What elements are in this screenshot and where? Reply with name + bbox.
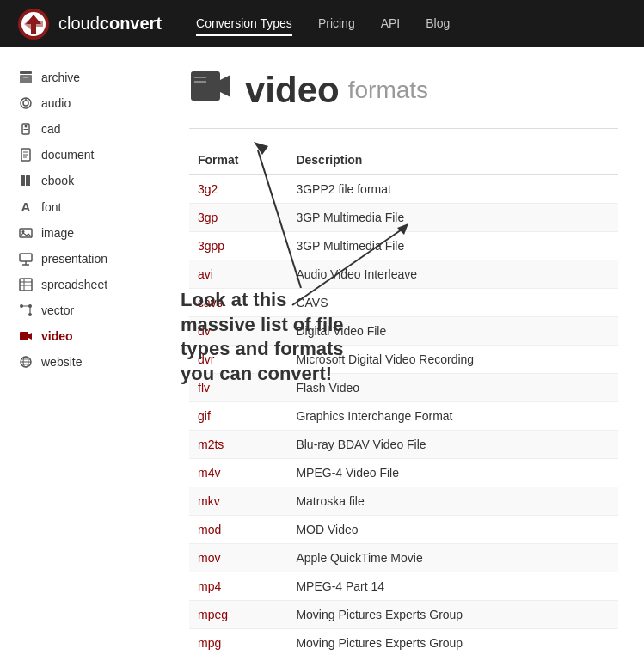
format-description: MPEG-4 Part 14 [287, 572, 618, 601]
sidebar-label-cad: cad [41, 122, 61, 136]
format-link[interactable]: mod [198, 523, 221, 536]
format-description: 3GP Multimedia File [287, 204, 618, 232]
table-row: m2tsBlu-ray BDAV Video File [189, 431, 618, 459]
format-link[interactable]: flv [198, 381, 210, 395]
table-row: flvFlash Video [189, 374, 618, 402]
svg-rect-19 [20, 254, 32, 261]
table-row: aviAudio Video Interleave [189, 260, 618, 289]
spreadsheet-icon [17, 278, 34, 291]
format-link[interactable]: m4v [198, 466, 220, 480]
table-row: movApple QuickTime Movie [189, 544, 618, 572]
presentation-icon [17, 252, 34, 266]
document-icon [17, 148, 34, 162]
format-link[interactable]: 3gpp [198, 239, 224, 253]
sidebar-label-image: image [41, 226, 74, 240]
format-link[interactable]: dvr [198, 352, 214, 366]
format-description: Microsoft Digital Video Recording [287, 346, 618, 374]
format-link[interactable]: 3gp [198, 211, 218, 224]
format-description: MOD Video [287, 516, 618, 544]
sidebar-item-audio[interactable]: audio [13, 90, 150, 116]
format-link[interactable]: cavs [198, 296, 223, 309]
vector-icon [17, 303, 34, 317]
table-row: mpegMoving Pictures Experts Group [189, 601, 618, 629]
sidebar-item-video[interactable]: video [13, 323, 150, 349]
format-description: Moving Pictures Experts Group [287, 629, 618, 656]
format-link[interactable]: mkv [198, 494, 220, 508]
page-header-icon [189, 64, 232, 115]
brand-text: cloudconvert [58, 14, 162, 34]
format-description: Apple QuickTime Movie [287, 544, 618, 572]
sidebar-label-ebook: ebook [41, 174, 74, 187]
sidebar-item-spreadsheet[interactable]: spreadsheet [13, 272, 150, 297]
nav-blog[interactable]: Blog [426, 12, 450, 36]
svg-rect-36 [191, 71, 220, 101]
sidebar-item-website[interactable]: website [13, 349, 150, 375]
audio-icon [17, 96, 34, 110]
sidebar: archive audio cad document ebook [0, 47, 163, 655]
sidebar-item-image[interactable]: image [13, 220, 150, 246]
table-row: dvDigital Video File [189, 317, 618, 346]
format-link[interactable]: mp4 [198, 579, 221, 593]
ebook-icon [17, 174, 34, 187]
svg-point-9 [25, 125, 28, 128]
formats-table: Format Description 3g23GPP2 file format3… [189, 146, 618, 655]
format-description: 3GPP2 file format [287, 174, 618, 204]
logo-icon [17, 8, 50, 40]
page-header: video formats [189, 64, 618, 129]
sidebar-item-document[interactable]: document [13, 142, 150, 168]
table-row: modMOD Video [189, 516, 618, 544]
svg-rect-29 [20, 332, 28, 340]
page-subtitle: formats [348, 77, 428, 104]
cad-icon [17, 122, 34, 136]
svg-rect-15 [21, 175, 25, 186]
format-link[interactable]: 3g2 [198, 182, 218, 196]
sidebar-item-cad[interactable]: cad [13, 116, 150, 142]
sidebar-label-presentation: presentation [41, 252, 107, 266]
table-row: mpgMoving Pictures Experts Group [189, 629, 618, 656]
sidebar-label-vector: vector [41, 303, 74, 317]
format-link[interactable]: avi [198, 267, 213, 281]
svg-rect-3 [20, 75, 32, 83]
table-row: 3gpp3GP Multimedia File [189, 232, 618, 260]
sidebar-label-video: video [41, 329, 73, 343]
sidebar-item-vector[interactable]: vector [13, 297, 150, 323]
table-row: dvrMicrosoft Digital Video Recording [189, 346, 618, 374]
table-row: cavsCAVS [189, 289, 618, 317]
nav-api[interactable]: API [381, 12, 401, 36]
archive-icon [17, 70, 34, 84]
table-row: m4vMPEG-4 Video File [189, 459, 618, 487]
navbar: cloudconvert Conversion Types Pricing AP… [0, 0, 644, 47]
format-description: MPEG-4 Video File [287, 459, 618, 487]
sidebar-label-font: font [41, 200, 61, 214]
format-description: Audio Video Interleave [287, 260, 618, 289]
format-description: Flash Video [287, 374, 618, 402]
format-description: Matroska file [287, 487, 618, 516]
svg-rect-10 [24, 129, 28, 130]
format-link[interactable]: m2ts [198, 438, 224, 451]
format-link[interactable]: dv [198, 324, 211, 338]
sidebar-item-ebook[interactable]: ebook [13, 168, 150, 193]
format-description: Moving Pictures Experts Group [287, 601, 618, 629]
sidebar-item-presentation[interactable]: presentation [13, 246, 150, 272]
table-row: mp4MPEG-4 Part 14 [189, 572, 618, 601]
nav-pricing[interactable]: Pricing [318, 12, 355, 36]
nav-conversion-types[interactable]: Conversion Types [196, 12, 292, 36]
format-link[interactable]: mov [198, 551, 220, 565]
video-icon [17, 329, 34, 343]
table-row: mkvMatroska file [189, 487, 618, 516]
svg-marker-30 [28, 333, 32, 340]
content: archive audio cad document ebook [0, 47, 644, 655]
format-link[interactable]: gif [198, 409, 211, 423]
format-link[interactable]: mpg [198, 636, 221, 650]
svg-rect-16 [26, 175, 30, 186]
format-description: Graphics Interchange Format [287, 402, 618, 431]
svg-rect-4 [23, 77, 28, 78]
sidebar-item-archive[interactable]: archive [13, 64, 150, 90]
brand[interactable]: cloudconvert [17, 8, 162, 40]
svg-rect-39 [194, 81, 206, 83]
sidebar-item-font[interactable]: A font [13, 193, 150, 220]
svg-rect-22 [20, 279, 32, 291]
format-description: 3GP Multimedia File [287, 232, 618, 260]
nav-links: Conversion Types Pricing API Blog [196, 12, 450, 36]
format-link[interactable]: mpeg [198, 608, 228, 621]
